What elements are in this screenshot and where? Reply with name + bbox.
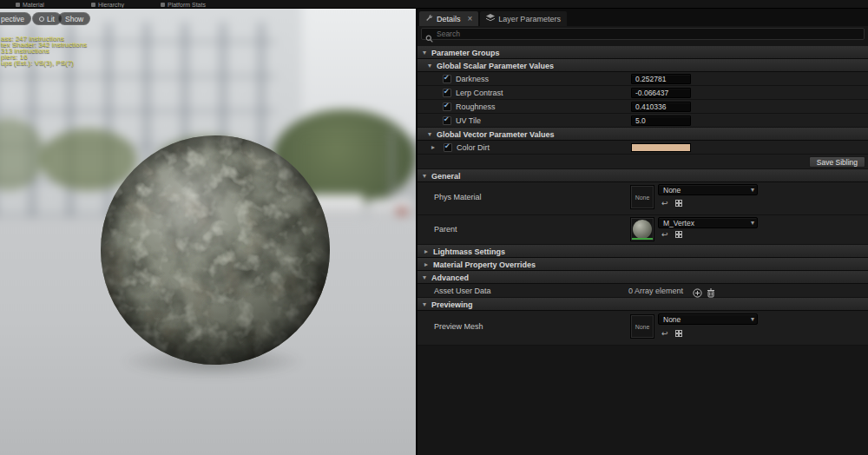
preview-mesh-dropdown[interactable]: None ▾ (658, 313, 758, 325)
header-global-scalar[interactable]: ▾ Global Scalar Parameter Values (418, 59, 868, 72)
param-row-darkness: ✔ Darkness 0.252781 (418, 72, 868, 86)
tab-details-label: Details (437, 15, 461, 23)
param-value-input[interactable]: 5.0 (631, 115, 691, 126)
param-row-color-dirt: ▸ ✔ Color Dirt (418, 141, 868, 155)
use-selected-asset-icon[interactable]: ↩ (661, 230, 668, 239)
param-label: Color Dirt (457, 143, 490, 152)
toolbar-item-label: Platform Stats (168, 2, 206, 8)
override-checkbox[interactable]: ✔ (443, 89, 451, 97)
panel-tab-bar: Details × Layer Parameters (418, 9, 868, 26)
lit-button-label: Lit (47, 15, 55, 23)
color-dirt-swatch[interactable] (631, 143, 691, 152)
param-label: Roughness (456, 102, 496, 111)
toolbar-item-hierarchy[interactable]: Hierarchy (91, 0, 124, 9)
override-checkbox[interactable]: ✔ (443, 75, 451, 83)
chevron-down-icon: ▾ (423, 49, 426, 56)
toolbar-icon (161, 3, 165, 7)
param-label: Lerp Contrast (456, 89, 503, 97)
param-label: UV Tile (456, 116, 481, 125)
preview-mesh-row: Preview Mesh None None ▾ ↩ (418, 311, 868, 346)
use-selected-asset-icon[interactable]: ↩ (661, 329, 668, 338)
show-button-label: Show (65, 15, 83, 23)
param-value-input[interactable]: -0.066437 (631, 88, 691, 98)
asset-color-bar (632, 238, 653, 240)
override-checkbox[interactable]: ✔ (443, 116, 451, 125)
param-row-lerp-contrast: ✔ Lerp Contrast -0.066437 (418, 86, 868, 100)
header-label: Global Vector Parameter Values (437, 130, 555, 139)
chevron-down-icon: ▾ (428, 130, 431, 138)
perspective-button-label: pective (1, 15, 24, 23)
browse-to-asset-icon[interactable] (675, 231, 682, 240)
toolbar-item-material[interactable]: Material (16, 0, 44, 9)
header-label: Parameter Groups (431, 49, 500, 57)
expander-icon[interactable]: ▸ (431, 143, 435, 151)
preview-sphere[interactable] (98, 133, 332, 367)
chevron-right-icon: ▸ (424, 260, 428, 268)
lit-mode-button[interactable]: Lit (32, 12, 62, 25)
property-label: Asset User Data (434, 287, 491, 295)
lit-icon (39, 16, 44, 22)
close-icon[interactable]: × (468, 15, 473, 23)
phys-material-dropdown[interactable]: None ▾ (658, 184, 758, 195)
property-label: Parent (434, 225, 457, 234)
header-previewing[interactable]: ▾ Previewing (418, 298, 868, 311)
browse-to-asset-icon[interactable] (675, 330, 682, 339)
chevron-down-icon: ▾ (423, 172, 426, 180)
property-label: Preview Mesh (434, 322, 483, 331)
header-label: Previewing (431, 300, 473, 309)
preview-mesh-thumbnail[interactable]: None (630, 314, 654, 339)
parent-dropdown[interactable]: M_Vertex ▾ (658, 217, 758, 228)
chevron-down-icon: ▾ (751, 186, 754, 194)
header-material-property-overrides[interactable]: ▸ Material Property Overrides (418, 258, 868, 271)
use-selected-asset-icon[interactable]: ↩ (661, 199, 668, 208)
param-value-input[interactable]: 0.410336 (631, 102, 691, 112)
toolbar-item-platform-stats[interactable]: Platform Stats (161, 0, 206, 9)
check-icon: ✔ (444, 102, 450, 109)
tab-details[interactable]: Details × (419, 11, 478, 26)
param-value-input[interactable]: 0.252781 (631, 74, 691, 84)
header-general[interactable]: ▾ General (418, 169, 868, 182)
tab-layer-parameters-label: Layer Parameters (498, 15, 561, 23)
phys-material-thumbnail[interactable]: None (630, 185, 654, 209)
chevron-down-icon: ▾ (751, 219, 754, 227)
parent-thumbnail[interactable] (630, 217, 654, 241)
show-button[interactable]: Show (58, 12, 90, 25)
override-checkbox[interactable]: ✔ (443, 102, 451, 111)
search-input[interactable] (437, 30, 864, 38)
shader-stats: ass: 247 instructions tex Shader: 342 in… (1, 36, 87, 66)
header-label: Material Property Overrides (433, 260, 536, 269)
parent-thumbnail-sphere (633, 220, 652, 239)
chevron-down-icon: ▾ (423, 300, 426, 308)
header-label: Advanced (431, 274, 469, 282)
header-label: Lightmass Settings (433, 247, 505, 256)
parent-row: Parent M_Vertex ▾ ↩ (418, 215, 868, 245)
stat-line: ups (Est.): VS(3), PS(7) (1, 60, 87, 66)
check-icon: ✔ (444, 88, 450, 96)
search-box[interactable] (421, 28, 865, 40)
header-label: Global Scalar Parameter Values (437, 62, 554, 70)
chevron-down-icon: ▾ (751, 315, 754, 323)
browse-to-asset-icon[interactable] (675, 200, 682, 208)
material-preview-viewport[interactable]: pective Lit Show ass: 247 instructions t… (0, 9, 416, 455)
asset-user-data-row: Asset User Data 0 Array element (418, 284, 868, 298)
header-global-vector[interactable]: ▾ Global Vector Parameter Values (418, 128, 868, 141)
dropdown-value: M_Vertex (663, 219, 694, 228)
header-advanced[interactable]: ▾ Advanced (418, 271, 868, 284)
chevron-down-icon: ▾ (423, 274, 426, 281)
phys-material-row: Phys Material None None ▾ ↩ (418, 182, 868, 215)
top-toolbar: Material Hierarchy Platform Stats (0, 0, 868, 9)
param-row-uv-tile: ✔ UV Tile 5.0 (418, 114, 868, 128)
header-lightmass-settings[interactable]: ▸ Lightmass Settings (418, 245, 868, 258)
header-parameter-groups[interactable]: ▾ Parameter Groups (418, 46, 868, 59)
perspective-button[interactable]: pective (0, 12, 31, 25)
dropdown-value: None (663, 315, 681, 325)
dropdown-value: None (663, 186, 681, 195)
save-sibling-button[interactable]: Save Sibling (809, 156, 865, 168)
property-label: Phys Material (434, 193, 482, 201)
override-checkbox[interactable]: ✔ (444, 143, 452, 152)
tab-layer-parameters[interactable]: Layer Parameters (480, 11, 567, 26)
search-bar (418, 26, 868, 42)
panel-empty-area (418, 346, 868, 455)
car (396, 208, 408, 215)
array-count: 0 Array element (628, 287, 683, 295)
